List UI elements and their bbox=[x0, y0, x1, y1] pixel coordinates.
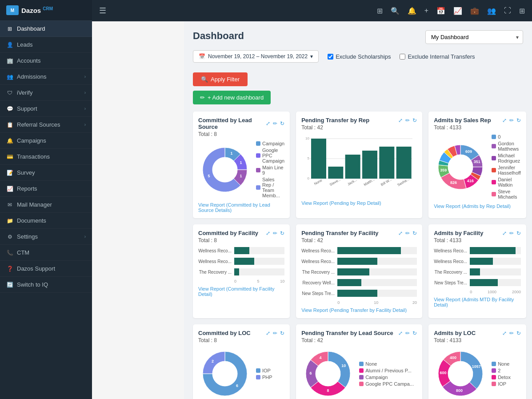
sidebar-item-support[interactable]: 💬 Support › bbox=[0, 101, 92, 117]
chart-link[interactable]: View Report (Pending by Rep Detail) bbox=[301, 200, 417, 206]
legend-dot bbox=[256, 368, 260, 373]
sidebar-item-settings[interactable]: ⚙ Settings › bbox=[0, 229, 92, 245]
legend-dot bbox=[492, 382, 496, 386]
settings-icon: ⚙ bbox=[6, 234, 13, 240]
svg-rect-13 bbox=[328, 167, 343, 179]
expand-chart-icon[interactable]: ⤢ bbox=[502, 330, 507, 336]
edit-chart-icon[interactable]: ✏ bbox=[405, 117, 410, 124]
sidebar-item-label: Support bbox=[17, 105, 37, 112]
sidebar-item-dazos-support[interactable]: ❓ Dazos Support bbox=[0, 261, 92, 277]
edit-chart-icon[interactable]: ✏ bbox=[405, 230, 410, 236]
chart-link[interactable]: View Report (Pending Transfer by Facilit… bbox=[301, 307, 417, 313]
sidebar-item-iverify[interactable]: 🛡 iVerify › bbox=[0, 85, 92, 101]
svg-text:800: 800 bbox=[456, 388, 463, 393]
expand-icon[interactable]: ⛶ bbox=[504, 7, 511, 15]
refresh-chart-icon[interactable]: ↻ bbox=[412, 117, 417, 124]
search-icon[interactable]: 🔍 bbox=[391, 7, 400, 15]
users-icon[interactable]: 👥 bbox=[487, 7, 496, 15]
edit-chart-icon[interactable]: ✏ bbox=[509, 330, 514, 336]
exclude-scholarships-label[interactable]: Exclude Scholarships bbox=[328, 53, 391, 60]
sidebar-item-transactions[interactable]: 💳 Transactions bbox=[0, 149, 92, 165]
hamburger-icon[interactable]: ☰ bbox=[99, 6, 106, 16]
sidebar-item-reports[interactable]: 📈 Reports bbox=[0, 181, 92, 197]
sidebar-item-ctm[interactable]: 📞 CTM bbox=[0, 245, 92, 261]
legend-dot bbox=[492, 192, 496, 196]
calendar-icon[interactable]: 📅 bbox=[436, 7, 445, 15]
expand-chart-icon[interactable]: ⤢ bbox=[266, 120, 270, 127]
edit-chart-icon[interactable]: ✏ bbox=[273, 330, 277, 336]
chart-link[interactable]: View Report (Committed by Lead Source De… bbox=[198, 202, 284, 213]
plus-icon[interactable]: + bbox=[424, 7, 428, 15]
chart-total: Total : 42 bbox=[301, 237, 417, 243]
donut-wrap: 62 IOP PHP bbox=[198, 347, 284, 399]
date-range-button[interactable]: 📅 November 19, 2012 – November 19, 2022 … bbox=[193, 50, 319, 63]
chevron-right-icon: › bbox=[84, 234, 86, 239]
exclude-scholarships-checkbox[interactable] bbox=[328, 54, 333, 60]
sidebar-item-leads[interactable]: 👤 Leads bbox=[0, 37, 92, 53]
sidebar-item-label: Campaigns bbox=[17, 137, 46, 144]
chart-card-admits-by-facility: Admits by Facility ⤢ ✏ ↻ Total : 4133 We… bbox=[428, 224, 526, 318]
sidebar-item-referral-sources[interactable]: 📋 Referral Sources › bbox=[0, 117, 92, 133]
chart-link[interactable]: View Report (Admits MTD By Facility Deta… bbox=[434, 297, 521, 307]
sidebar-item-documents[interactable]: 📁 Documents bbox=[0, 213, 92, 229]
edit-chart-icon[interactable]: ✏ bbox=[509, 117, 514, 124]
apps-icon[interactable]: ⊞ bbox=[519, 7, 525, 15]
refresh-chart-icon[interactable]: ↻ bbox=[412, 230, 417, 236]
sidebar-item-admissions[interactable]: 👥 Admissions › bbox=[0, 69, 92, 85]
sidebar-item-dashboard[interactable]: ⊞ Dashboard bbox=[0, 21, 92, 37]
chart-link[interactable]: View Report (Admits by Rep Detail) bbox=[434, 203, 521, 209]
apply-filter-button[interactable]: 🔍 Apply Filter bbox=[193, 72, 248, 86]
hbar-label: Wellness Reco... bbox=[198, 259, 232, 264]
chart-icon[interactable]: 📈 bbox=[453, 7, 462, 15]
expand-chart-icon[interactable]: ⤢ bbox=[398, 330, 403, 336]
legend-item: Gordon Matthews bbox=[492, 141, 521, 152]
svg-text:None: None bbox=[313, 178, 323, 186]
chart-actions: ⤢ ✏ ↻ bbox=[502, 330, 521, 336]
hbar-axis: 01020 bbox=[301, 300, 417, 305]
sidebar-item-accounts[interactable]: 🏢 Accounts bbox=[0, 53, 92, 69]
bell-icon[interactable]: 🔔 bbox=[408, 7, 416, 15]
chevron-right-icon: › bbox=[84, 74, 86, 79]
chart-total: Total : 4133 bbox=[434, 237, 521, 243]
sidebar-item-campaigns[interactable]: 🔔 Campaigns bbox=[0, 133, 92, 149]
ctm-icon: 📞 bbox=[6, 250, 13, 256]
expand-chart-icon[interactable]: ⤢ bbox=[398, 117, 403, 124]
chart-total: Total : 8 bbox=[198, 237, 284, 243]
exclude-internal-label[interactable]: Exclude Internal Transfers bbox=[400, 53, 475, 60]
edit-chart-icon[interactable]: ✏ bbox=[405, 330, 410, 336]
svg-text:416: 416 bbox=[467, 179, 474, 183]
chevron-right-icon: › bbox=[84, 106, 86, 111]
edit-chart-icon[interactable]: ✏ bbox=[509, 230, 514, 236]
chart-total: Total : 4133 bbox=[434, 124, 521, 131]
hbar-label: Recovery Well... bbox=[301, 280, 335, 285]
refresh-chart-icon[interactable]: ↻ bbox=[280, 120, 284, 127]
sidebar-item-left: 🏢 Accounts bbox=[6, 57, 40, 64]
refresh-chart-icon[interactable]: ↻ bbox=[516, 230, 521, 236]
chart-card-header: Admits by LOC ⤢ ✏ ↻ bbox=[434, 330, 521, 336]
refresh-chart-icon[interactable]: ↻ bbox=[516, 330, 521, 336]
legend-label: IOP bbox=[498, 381, 506, 387]
refresh-chart-icon[interactable]: ↻ bbox=[280, 230, 284, 236]
refresh-chart-icon[interactable]: ↻ bbox=[412, 330, 417, 336]
refresh-chart-icon[interactable]: ↻ bbox=[516, 117, 521, 124]
edit-chart-icon[interactable]: ✏ bbox=[273, 230, 277, 236]
refresh-chart-icon[interactable]: ↻ bbox=[280, 330, 284, 336]
expand-chart-icon[interactable]: ⤢ bbox=[398, 230, 403, 236]
expand-chart-icon[interactable]: ⤢ bbox=[502, 230, 507, 236]
sidebar-item-survey[interactable]: 📝 Survey bbox=[0, 165, 92, 181]
legend-label: 0 bbox=[498, 134, 500, 140]
dashboard-select[interactable]: My Dashboard Team Dashboard Sales Dashbo… bbox=[425, 30, 523, 44]
chart-link[interactable]: View Report (Committed by Facility Detai… bbox=[198, 286, 284, 297]
add-dashboard-button[interactable]: ✏ + Add new dashboard bbox=[193, 91, 271, 104]
expand-chart-icon[interactable]: ⤢ bbox=[502, 117, 507, 124]
exclude-internal-checkbox[interactable] bbox=[400, 54, 405, 60]
briefcase-icon[interactable]: 💼 bbox=[470, 7, 479, 15]
expand-chart-icon[interactable]: ⤢ bbox=[266, 230, 270, 236]
legend-dot bbox=[256, 168, 260, 172]
sidebar-item-switch-to-iq[interactable]: 🔄 Switch to IQ bbox=[0, 277, 92, 293]
edit-chart-icon[interactable]: ✏ bbox=[273, 120, 277, 127]
grid-icon[interactable]: ⊞ bbox=[377, 7, 383, 15]
expand-chart-icon[interactable]: ⤢ bbox=[266, 330, 270, 336]
sidebar-item-mail-manager[interactable]: ✉ Mail Manager bbox=[0, 197, 92, 213]
hbar-label: The Recovery ... bbox=[301, 270, 335, 275]
